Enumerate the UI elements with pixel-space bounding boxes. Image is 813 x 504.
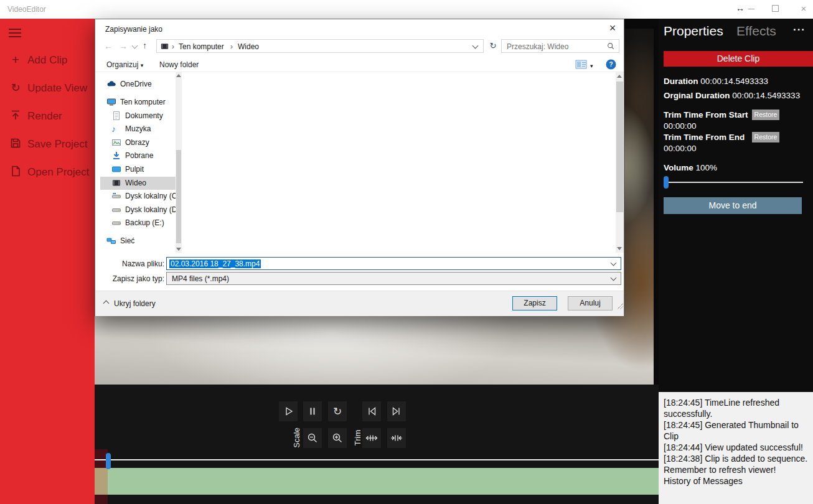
properties-panel: Properties Effects ··· Delete Clip Durat… [659, 19, 813, 504]
zoom-out-button[interactable] [303, 428, 322, 448]
restore-trim-start-button[interactable]: Restore [752, 110, 779, 120]
filename-input[interactable]: 02.03.2016 18_27_38.mp4 [166, 257, 621, 270]
trim-end-label: Trim Time From End [664, 133, 745, 142]
up-icon[interactable]: ↑ [143, 40, 147, 50]
tab-effects[interactable]: Effects [736, 24, 776, 39]
back-icon[interactable]: ← [104, 41, 113, 51]
timeline-start-marker-bottom [95, 495, 108, 504]
zoom-in-button[interactable] [328, 428, 347, 448]
trim-out-button[interactable] [362, 428, 381, 448]
tree-item-documents[interactable]: Dokumenty [100, 110, 176, 123]
delete-clip-button[interactable]: Delete Clip [664, 51, 813, 67]
search-icon [606, 42, 616, 52]
hamburger-menu-icon[interactable] [9, 29, 21, 39]
tree-item-pictures[interactable]: Obrazy [100, 136, 176, 149]
tree-item-network[interactable]: Sieć [100, 235, 176, 248]
list-scrollbar[interactable] [616, 72, 624, 253]
new-folder-button[interactable]: Nowy folder [159, 60, 199, 69]
sidebar-item-render[interactable]: Render [0, 108, 95, 125]
filename-dropdown-icon[interactable] [611, 260, 617, 266]
upload-icon [9, 109, 22, 123]
refresh-icon: ↻ [9, 81, 22, 95]
scroll-up-icon[interactable] [176, 74, 181, 77]
sidebar-item-save-project[interactable]: Save Project [0, 136, 95, 153]
hide-folders-button[interactable]: Ukryj foldery [114, 299, 156, 308]
tree-scrollbar-thumb[interactable] [176, 150, 181, 243]
breadcrumb-current[interactable]: Wideo [238, 42, 259, 51]
maximize-icon[interactable] [772, 5, 779, 12]
timeline-playhead[interactable] [106, 453, 111, 469]
dropdown-icon: ▾ [141, 62, 144, 68]
log-panel: [18:24:45] TimeLine refreshed successful… [659, 392, 813, 504]
tree-item-music[interactable]: ♪ Muzyka [100, 123, 176, 136]
sidebar-item-open-project[interactable]: Open Project [0, 164, 95, 181]
tree-item-this-pc[interactable]: Ten komputer [100, 96, 176, 109]
resize-icon[interactable]: ↔ [732, 3, 748, 13]
tree-item-local-disk-d[interactable]: Dysk lokalny (D:) [100, 203, 176, 217]
skip-to-start-button[interactable] [362, 401, 381, 421]
dialog-footer: Ukryj foldery Zapisz Anuluj [95, 291, 624, 316]
skip-end-icon [390, 405, 403, 418]
volume-slider-thumb[interactable] [664, 176, 669, 189]
video-editor-app: VideoEditor ↔ × + Add Clip ↻ Update View… [0, 0, 813, 504]
save-button[interactable]: Zapisz [512, 296, 557, 310]
file-list[interactable] [182, 72, 616, 253]
view-mode-icon[interactable] [575, 60, 588, 70]
organize-menu[interactable]: Organizuj ▾ [106, 60, 143, 69]
tree-item-videos[interactable]: Wideo [100, 177, 176, 190]
forward-icon[interactable]: → [119, 41, 128, 51]
filetype-select[interactable]: MP4 files (*.mp4) [166, 272, 621, 285]
move-to-end-button[interactable]: Move to end [664, 197, 802, 214]
minimize-icon[interactable] [748, 9, 754, 9]
log-message: [18:24:44] View updated successful! [664, 442, 809, 453]
tab-properties[interactable]: Properties [664, 24, 723, 39]
breadcrumb-root[interactable]: Ten komputer [179, 42, 224, 51]
restore-trim-end-button[interactable]: Restore [752, 132, 779, 142]
address-refresh-icon[interactable]: ↻ [487, 39, 499, 53]
tree-item-backup-e[interactable]: Backup (E:) [100, 217, 176, 230]
disk-d-icon [111, 205, 121, 215]
tree-item-onedrive[interactable]: OneDrive [100, 78, 176, 91]
scroll-up-icon[interactable] [617, 75, 622, 78]
skip-to-end-button[interactable] [387, 401, 406, 421]
zoom-out-icon [306, 432, 319, 444]
plus-icon: + [9, 53, 22, 67]
timeline-clip[interactable] [95, 468, 659, 495]
sidebar-item-add-clip[interactable]: + Add Clip [0, 52, 95, 69]
help-icon[interactable]: ? [606, 59, 616, 69]
address-dropdown-icon[interactable] [472, 43, 479, 49]
tree-scrollbar[interactable] [176, 72, 182, 253]
tree-item-local-disk-c[interactable]: Dysk lokalny (C:) [100, 190, 176, 203]
log-history-label: History of Messages [664, 475, 809, 487]
filetype-dropdown-icon[interactable] [611, 275, 617, 281]
timeline-ruler[interactable] [95, 459, 659, 460]
close-icon[interactable]: × [796, 3, 812, 14]
cancel-button[interactable]: Anuluj [568, 296, 613, 310]
recent-locations-icon[interactable] [132, 43, 138, 49]
dialog-close-icon[interactable]: × [606, 22, 619, 35]
search-input[interactable]: Przeszukaj: Wideo [501, 39, 619, 53]
timeline-clip-trim-region[interactable] [95, 468, 108, 495]
window-title: VideoEditor [7, 5, 46, 14]
trim-label: Trim [353, 424, 362, 452]
sidebar-item-update-view[interactable]: ↻ Update View [0, 80, 95, 97]
window-titlebar: VideoEditor ↔ × [0, 0, 813, 19]
resize-grip[interactable] [617, 303, 623, 309]
tree-item-downloads[interactable]: Pobrane [100, 149, 176, 162]
scroll-down-icon[interactable] [176, 248, 181, 251]
disk-c-icon [111, 191, 121, 201]
view-mode-dropdown-icon[interactable]: ▾ [590, 63, 593, 69]
tree-item-desktop[interactable]: Pulpit [100, 163, 176, 176]
skip-start-icon [365, 405, 378, 418]
trim-in-button[interactable] [387, 428, 406, 448]
breadcrumb-separator: › [172, 42, 174, 51]
scroll-down-icon[interactable] [617, 247, 622, 250]
more-options-icon[interactable]: ··· [793, 24, 806, 36]
loop-button[interactable]: ↻ [328, 401, 347, 421]
list-scrollbar-thumb[interactable] [616, 82, 623, 212]
address-bar[interactable]: › Ten komputer › Wideo [156, 39, 484, 53]
trim-expand-icon [365, 432, 378, 444]
volume-slider[interactable] [664, 182, 803, 183]
play-button[interactable] [279, 401, 298, 421]
pause-button[interactable] [303, 401, 322, 421]
